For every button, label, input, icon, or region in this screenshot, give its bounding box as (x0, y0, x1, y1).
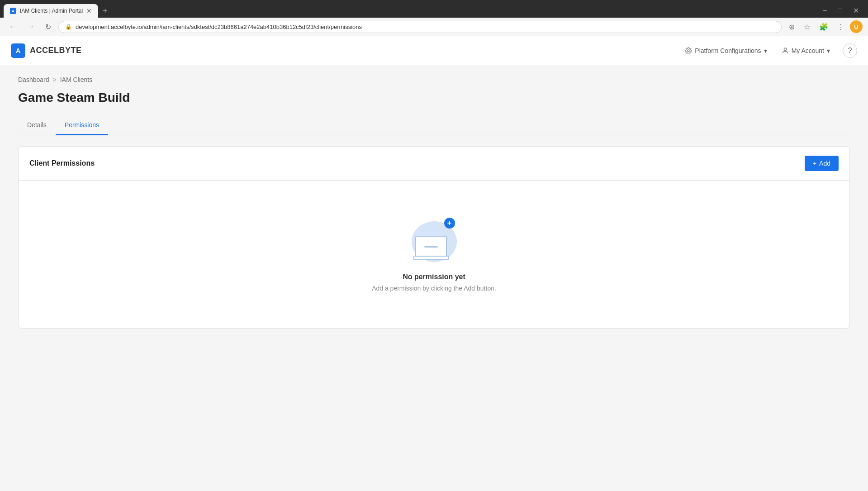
browser-chrome: A IAM Clients | Admin Portal ✕ + − □ ✕ ←… (0, 0, 868, 36)
help-button[interactable]: ? (843, 43, 857, 58)
card-header: Client Permissions + Add (19, 147, 849, 181)
new-tab-button[interactable]: + (99, 5, 111, 18)
logo-area: A ACCELBYTE (11, 43, 82, 58)
platform-configurations-label: Platform Configurations (695, 47, 761, 54)
add-permission-button[interactable]: + Add (805, 156, 839, 171)
browser-menu-icon[interactable]: ⋮ (834, 21, 848, 33)
my-account-chevron-icon: ▾ (827, 47, 830, 54)
reload-button[interactable]: ↻ (42, 21, 55, 33)
minimize-button[interactable]: − (817, 4, 832, 18)
close-button[interactable]: ✕ (848, 4, 864, 18)
empty-illustration: + (407, 217, 461, 262)
url-text: development.accelbyte.io/admin/iam-clien… (76, 24, 775, 30)
lock-icon: 🔒 (65, 24, 72, 30)
maximize-button[interactable]: □ (832, 4, 848, 18)
zoom-icon[interactable]: ⊕ (785, 21, 798, 33)
svg-point-1 (784, 48, 786, 50)
my-account-button[interactable]: My Account ▾ (776, 43, 835, 58)
address-bar[interactable]: 🔒 development.accelbyte.io/admin/iam-cli… (58, 21, 782, 33)
tab-details[interactable]: Details (18, 116, 56, 135)
client-permissions-card: Client Permissions + Add + No permission… (18, 146, 850, 329)
tab-permissions[interactable]: Permissions (56, 116, 108, 135)
help-icon: ? (848, 47, 852, 55)
empty-subtitle: Add a permission by clicking the Add but… (372, 285, 496, 292)
back-button[interactable]: ← (5, 21, 20, 33)
browser-user-avatar[interactable]: U (850, 20, 863, 33)
gear-icon (685, 47, 692, 54)
add-button-label: Add (819, 160, 830, 167)
empty-title: No permission yet (403, 273, 465, 281)
my-account-label: My Account (792, 47, 824, 54)
page-content: Dashboard > IAM Clients Game Steam Build… (0, 65, 868, 339)
tab-title: IAM Clients | Admin Portal (20, 8, 83, 14)
laptop-body (415, 236, 447, 257)
header-nav: Platform Configurations ▾ My Account ▾ ? (679, 43, 857, 58)
svg-point-0 (688, 50, 689, 52)
bookmark-icon[interactable]: ☆ (800, 21, 814, 33)
breadcrumb: Dashboard > IAM Clients (18, 76, 850, 83)
toolbar-icons: ⊕ ☆ 🧩 ⋮ U (785, 20, 863, 33)
laptop-screen-line (424, 246, 438, 248)
card-title: Client Permissions (29, 159, 95, 167)
breadcrumb-dashboard[interactable]: Dashboard (18, 76, 49, 83)
browser-toolbar: ← → ↻ 🔒 development.accelbyte.io/admin/i… (0, 18, 868, 36)
window-controls: − □ ✕ (817, 4, 864, 18)
breadcrumb-separator: > (53, 76, 57, 83)
tab-close-icon[interactable]: ✕ (86, 7, 92, 14)
platform-configurations-button[interactable]: Platform Configurations ▾ (679, 43, 772, 58)
laptop-keyboard (413, 256, 449, 260)
plus-icon: + (813, 160, 816, 167)
extensions-icon[interactable]: 🧩 (816, 21, 832, 33)
logo-text: ACCELBYTE (30, 46, 82, 55)
logo-icon: A (11, 43, 25, 58)
app-header: A ACCELBYTE Platform Configurations ▾ My… (0, 36, 868, 65)
empty-state: + No permission yet Add a permission by … (19, 181, 849, 328)
forward-button[interactable]: → (24, 21, 38, 33)
user-icon (782, 47, 789, 54)
breadcrumb-iam-clients: IAM Clients (60, 76, 93, 83)
empty-plus-icon: + (444, 218, 455, 229)
tabs-container: Details Permissions (18, 116, 850, 135)
page-title: Game Steam Build (18, 91, 850, 105)
browser-tabs: A IAM Clients | Admin Portal ✕ + − □ ✕ (0, 0, 868, 18)
tab-favicon: A (10, 8, 16, 14)
platform-config-chevron-icon: ▾ (764, 47, 767, 54)
active-tab[interactable]: A IAM Clients | Admin Portal ✕ (4, 4, 98, 18)
